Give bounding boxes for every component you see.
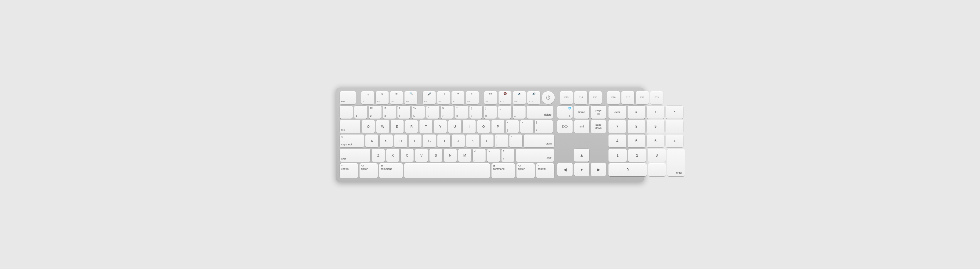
equals-key[interactable]: + = [512,106,525,118]
numpad-4-key[interactable]: 4 [608,134,626,147]
numpad-clear-key[interactable]: clear [608,106,626,118]
o-key[interactable]: O [477,120,490,133]
tab-key[interactable]: tab [340,120,360,133]
q-key[interactable]: Q [362,120,375,133]
backtick-key[interactable]: ~ ` [340,106,353,118]
a-key[interactable]: A [365,134,378,147]
k-key[interactable]: K [466,134,479,147]
fn-key[interactable]: 🌐 fn [557,106,573,118]
backslash-key[interactable]: | \ [535,120,553,133]
1-key[interactable]: ! 1 [354,106,367,118]
numpad-1-key[interactable]: 1 [608,149,627,162]
right-control-key[interactable]: ^ control [536,163,554,178]
l-key[interactable]: L [480,134,493,147]
return-key[interactable]: return [524,134,554,147]
2-key[interactable]: @ 2 [369,106,382,118]
d-key[interactable]: D [394,134,407,147]
f10-key[interactable]: 🔇 F10 [498,91,511,104]
numpad-plus-key[interactable]: + [666,134,683,147]
f1-key[interactable]: ☼ F1 [361,91,374,104]
g-key[interactable]: G [423,134,436,147]
f16-key[interactable]: F16 [607,91,620,104]
n-key[interactable]: N [444,149,457,162]
minus-key[interactable]: _ – [498,106,511,118]
f2-key[interactable]: ☀ F2 [375,91,388,104]
space-key[interactable] [404,163,490,178]
semicolon-key[interactable]: : ; [495,134,508,147]
right-arrow-key[interactable]: ▶ [591,163,606,176]
numpad-6-key[interactable]: 6 [647,134,664,147]
capslock-key[interactable]: caps lock [340,134,364,147]
up-arrow-key[interactable]: ▲ [574,149,589,162]
period-key[interactable]: > . [487,149,500,162]
right-option-key[interactable]: ⌥ option [517,163,535,178]
f13-key[interactable]: F13 [560,91,573,104]
j-key[interactable]: J [452,134,465,147]
m-key[interactable]: M [458,149,471,162]
t-key[interactable]: T [420,120,433,133]
9-key[interactable]: ( 9 [469,106,482,118]
numpad-7-key[interactable]: 7 [608,120,626,133]
numpad-0-key[interactable]: 0 [608,163,647,176]
i-key[interactable]: I [463,120,476,133]
p-key[interactable]: P [492,120,504,133]
rbracket-key[interactable]: } ] [520,120,533,133]
lbracket-key[interactable]: { [ [506,120,519,133]
c-key[interactable]: C [401,149,414,162]
right-command-key[interactable]: ⌘ command [492,163,515,178]
z-key[interactable]: Z [372,149,385,162]
numpad-5-key[interactable]: 5 [628,134,645,147]
f9-key[interactable]: ⏭ F9 [484,91,497,104]
e-key[interactable]: E [391,120,404,133]
4-key[interactable]: $ 4 [398,106,410,118]
down-arrow-key[interactable]: ▼ [574,163,589,176]
delete-key[interactable]: delete [527,106,553,118]
3-key[interactable]: # 3 [383,106,396,118]
y-key[interactable]: Y [434,120,447,133]
left-arrow-key[interactable]: ◀ [557,163,573,176]
v-key[interactable]: V [415,149,428,162]
numpad-divide-key[interactable]: / [647,106,664,118]
numpad-multiply-key[interactable]: * [666,106,683,118]
page-down-key[interactable]: page down [591,120,606,133]
f15-key[interactable]: F15 [589,91,602,104]
page-up-key[interactable]: page up [591,106,606,118]
b-key[interactable]: B [430,149,442,162]
0-key[interactable]: ) 0 [484,106,497,118]
5-key[interactable]: % 5 [412,106,425,118]
right-shift-key[interactable]: shift [516,149,554,162]
numpad-decimal-key[interactable]: . [648,163,666,176]
u-key[interactable]: U [448,120,461,133]
f17-key[interactable]: F17 [621,91,634,104]
f-key[interactable]: F [409,134,422,147]
h-key[interactable]: H [438,134,450,147]
f7-key[interactable]: ⏮ F7 [452,91,465,104]
8-key[interactable]: * 8 [455,106,468,118]
numpad-minus-key[interactable]: – [666,120,683,133]
numpad-3-key[interactable]: 3 [648,149,666,162]
f6-key[interactable]: ☽ F6 [437,91,450,104]
r-key[interactable]: R [405,120,418,133]
f11-key[interactable]: 🔉 F11 [513,91,526,104]
left-option-key[interactable]: ⌥ option [360,163,378,178]
s-key[interactable]: S [380,134,393,147]
home-key[interactable]: home [574,106,589,118]
w-key[interactable]: W [376,120,389,133]
numpad-2-key[interactable]: 2 [628,149,646,162]
f8-key[interactable]: ⏯ F8 [466,91,479,104]
6-key[interactable]: ^ 6 [426,106,439,118]
f12-key[interactable]: 🔊 F12 [527,91,540,104]
comma-key[interactable]: < , [473,149,485,162]
f3-key[interactable]: ⊞ F3 [390,91,403,104]
quote-key[interactable]: " ' [509,134,522,147]
f5-key[interactable]: 🎤 F5 [423,91,436,104]
esc-key[interactable]: esc [340,91,356,104]
x-key[interactable]: X [386,149,399,162]
f19-key[interactable]: F19 [650,91,663,104]
left-command-key[interactable]: ⌘ command [379,163,403,178]
left-shift-key[interactable]: shift [340,149,371,162]
f14-key[interactable]: F14 [574,91,587,104]
f18-key[interactable]: F18 [636,91,649,104]
end-key[interactable]: end [574,120,589,133]
forward-delete-key[interactable]: ⌦ [557,120,573,133]
